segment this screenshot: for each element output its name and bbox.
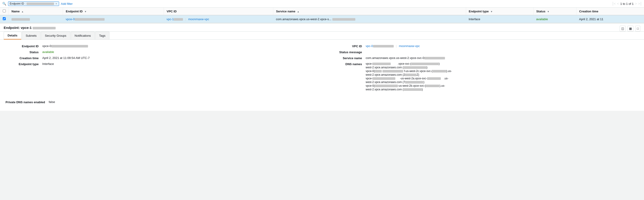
status-row: Status available — [6, 50, 315, 54]
dns-line-1: vpce- .vpce-svc-() — [366, 62, 638, 65]
dns-line-3: vpce-0( f-us-west-2c.vpce-svc-().us- — [366, 70, 638, 73]
endpoint-id-label: Endpoint ID — [6, 44, 42, 48]
detail-icon-group: ◫ ▦ □ — [620, 26, 640, 31]
row-checkbox-cell — [0, 15, 9, 23]
private-dns-value: false — [49, 100, 315, 104]
private-dns-row: Private DNS names enabled false — [6, 100, 315, 104]
service-name-row: Service name com.amazonaws.vpce.us-west-… — [329, 56, 638, 60]
service-name-value: com.amazonaws.vpce.us-west-2.vpce-svc-0 — [366, 56, 638, 60]
tab-subnets[interactable]: Subnets — [22, 32, 41, 39]
search-icon: 🔍 — [2, 2, 6, 5]
status-badge: available — [536, 17, 548, 21]
pipe-separator: | — [185, 17, 186, 21]
pagination-controls: ⎮< < 1 to 1 of 1 > >⎮ — [612, 2, 642, 5]
prev-page-button[interactable]: < — [617, 2, 619, 5]
dns-line-6: west-2.vpce.amazonaws.com (7) — [366, 81, 638, 84]
vpc-id-detail-value: vpc-0 | moonmaxw-vpc — [366, 44, 638, 48]
clear-filter-button[interactable]: × — [55, 2, 57, 5]
detail-left-group: Endpoint ID vpce-0 Status available Crea… — [6, 44, 315, 106]
sort-icon: ▼ — [490, 10, 493, 13]
layout-icon-button[interactable]: ◫ — [620, 26, 626, 31]
select-all-checkbox[interactable] — [3, 9, 6, 12]
next-page-button[interactable]: > — [635, 2, 637, 5]
sort-icon: ▲ — [297, 10, 300, 13]
dns-names-row: DNS names vpce- .vpce-svc-() west-2.vpce… — [329, 62, 638, 91]
dns-names-label: DNS names — [329, 62, 366, 66]
col-vpc-id: VPC ID — [164, 7, 273, 15]
row-endpoint-id: vpce-0 — [63, 15, 164, 23]
row-service-name: com.amazonaws.vpce.us-west-2.vpce-s... — [273, 15, 466, 23]
row-creation-time: April 2, 2021 at 11 — [576, 15, 644, 23]
service-name-label: Service name — [329, 56, 366, 60]
creation-time-label: Creation time — [6, 56, 42, 60]
row-vpc-id: vpc-1 | moonmaxw-vpc — [164, 15, 273, 23]
detail-content: Endpoint ID vpce-0 Status available Crea… — [0, 40, 644, 111]
endpoints-table: Name ▲ Endpoint ID ▼ VPC ID Service name… — [0, 7, 644, 23]
col-endpoint-type: Endpoint type ▼ — [466, 7, 534, 15]
tab-notifications[interactable]: Notifications — [71, 32, 95, 39]
private-dns-label: Private DNS names enabled — [6, 100, 49, 104]
col-creation-time: Creation time — [576, 7, 644, 15]
tab-tags[interactable]: Tags — [95, 32, 109, 39]
search-filter-tag[interactable]: Endpoint ID : × — [8, 1, 59, 6]
col-endpoint-id: Endpoint ID ▼ — [63, 7, 164, 15]
maximize-icon-button[interactable]: □ — [635, 26, 640, 31]
dns-line-2: west-2.vpce.amazonaws.com () — [366, 66, 638, 69]
name-redacted — [12, 18, 30, 21]
dns-line-8: west-2.vpce.amazonaws.com () — [366, 88, 638, 91]
status-message-label: Status message — [329, 50, 366, 54]
first-page-button[interactable]: ⎮< — [612, 2, 616, 5]
detail-right-group: VPC ID vpc-0 | moonmaxw-vpc Status messa… — [329, 44, 638, 106]
endpoint-type-row: Endpoint type Interface — [6, 62, 315, 66]
endpoint-id-row: Endpoint ID vpce-0 — [6, 44, 315, 48]
status-message-row: Status message — [329, 50, 638, 54]
col-service-name: Service name ▲ — [273, 7, 466, 15]
sort-icon: ▼ — [84, 10, 87, 13]
filter-label: Endpoint ID : — [10, 2, 26, 5]
search-bar: 🔍 Endpoint ID : × Add filter ⎮< < 1 to 1… — [0, 0, 644, 7]
endpoints-table-container: Name ▲ Endpoint ID ▼ VPC ID Service name… — [0, 7, 644, 23]
vpc-id-link[interactable]: vpc-1 — [167, 17, 183, 21]
table-row: vpce-0 vpc-1 | moonmaxw-vpc com.amazonaw… — [0, 15, 644, 23]
vpc-id-detail-row: VPC ID vpc-0 | moonmaxw-vpc — [329, 44, 638, 48]
vpc-name-detail-link[interactable]: moonmaxw-vpc — [399, 44, 420, 48]
tabs-bar: Details Subnets Security Groups Notifica… — [0, 32, 644, 40]
row-name — [9, 15, 63, 23]
pipe-separator: | — [396, 44, 396, 48]
vpc-id-detail-link[interactable]: vpc-0 — [366, 44, 394, 48]
sort-icon: ▼ — [547, 10, 549, 13]
status-value: available — [42, 50, 315, 54]
select-all-header — [0, 7, 9, 15]
split-icon-button[interactable]: ▦ — [628, 26, 634, 31]
pagination-text: 1 to 1 of 1 — [620, 2, 634, 5]
row-status: available — [534, 15, 576, 23]
vpc-id-detail-label: VPC ID — [329, 44, 366, 48]
col-status: Status ▼ — [534, 7, 576, 15]
dns-line-4: west-2.vpce.amazonaws.com (2Z) — [366, 73, 638, 76]
endpoint-type-value: Interface — [42, 62, 315, 66]
sort-icon: ▲ — [21, 10, 24, 13]
detail-header: Endpoint: vpce-1 ◫ ▦ □ — [0, 23, 644, 32]
tab-security-groups[interactable]: Security Groups — [41, 32, 70, 39]
detail-section: Endpoint: vpce-1 ◫ ▦ □ Details Subnets S… — [0, 23, 644, 111]
creation-time-value: April 2, 2021 at 11:09:54 AM UTC-7 — [42, 56, 315, 60]
tab-details[interactable]: Details — [4, 32, 21, 39]
endpoint-id-link[interactable]: vpce-0 — [66, 17, 104, 21]
row-checkbox[interactable] — [3, 17, 6, 20]
add-filter-button[interactable]: Add filter — [61, 2, 73, 5]
detail-title: Endpoint: vpce-1 — [4, 26, 56, 31]
status-label: Status — [6, 50, 42, 54]
filter-value — [26, 2, 54, 5]
dns-line-7: vpce-0(-us-west-2b.vpce-svc-().us- — [366, 84, 638, 87]
vpc-name-link[interactable]: moonmaxw-vpc — [188, 17, 209, 21]
endpoint-id-value: vpce-0 — [42, 44, 315, 48]
last-page-button[interactable]: >⎮ — [638, 2, 642, 5]
dns-names-value: vpce- .vpce-svc-() west-2.vpce.amazonaws… — [366, 62, 638, 91]
col-name: Name ▲ — [9, 7, 63, 15]
endpoint-type-label: Endpoint type — [6, 62, 42, 66]
row-endpoint-type: Interface — [466, 15, 534, 23]
dns-line-5: vpce- -us-west-2a.vpce-svc- .us- — [366, 77, 638, 80]
creation-time-row: Creation time April 2, 2021 at 11:09:54 … — [6, 56, 315, 60]
